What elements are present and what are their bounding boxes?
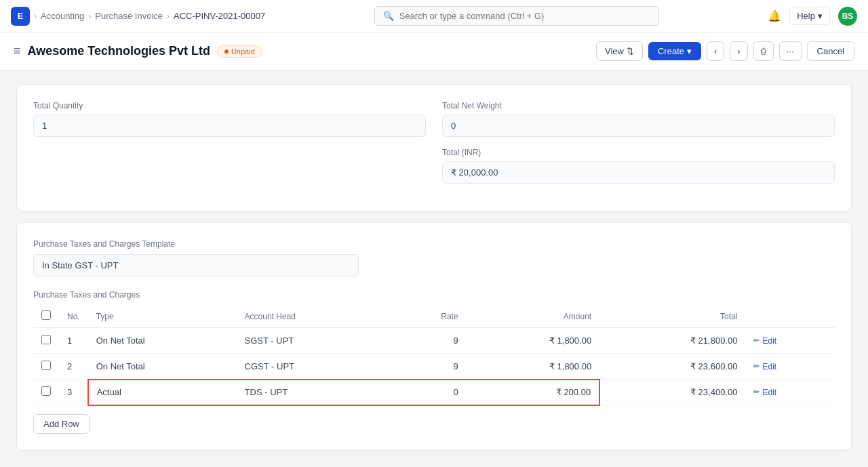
avatar[interactable]: BS bbox=[838, 7, 857, 26]
row-checkbox-3[interactable] bbox=[41, 386, 51, 396]
prev-button[interactable]: ‹ bbox=[707, 41, 724, 61]
cancel-button[interactable]: Cancel bbox=[807, 41, 854, 61]
row-amount: ₹ 1,800.00 bbox=[467, 328, 600, 354]
col-total: Total bbox=[599, 305, 745, 328]
table-row: 3ActualTDS - UPT0₹ 200.00₹ 23,400.00✏ Ed… bbox=[33, 380, 835, 405]
breadcrumb-sep-2: › bbox=[88, 12, 91, 21]
select-all-checkbox[interactable] bbox=[41, 310, 51, 320]
add-row-button[interactable]: Add Row bbox=[33, 414, 90, 434]
breadcrumb-accounting[interactable]: Accounting bbox=[41, 11, 84, 21]
create-button[interactable]: Create ▾ bbox=[648, 42, 701, 60]
help-button[interactable]: Help ▾ bbox=[789, 7, 830, 25]
charges-label: Purchase Taxes and Charges bbox=[33, 290, 835, 300]
search-input[interactable] bbox=[399, 11, 650, 21]
help-label: Help bbox=[797, 11, 815, 21]
row-type: On Net Total bbox=[88, 328, 237, 354]
col-no: No. bbox=[59, 305, 88, 328]
page-header-right: View ⇅ Create ▾ ‹ › ⎙ ··· Cancel bbox=[596, 41, 854, 61]
print-button[interactable]: ⎙ bbox=[753, 41, 774, 61]
table-row: 2On Net TotalCGST - UPT9₹ 1,800.00₹ 23,6… bbox=[33, 354, 835, 380]
row-type: On Net Total bbox=[88, 354, 237, 380]
taxes-card: Purchase Taxes and Charges Template Purc… bbox=[16, 222, 852, 451]
status-dot bbox=[224, 49, 229, 54]
template-input[interactable] bbox=[33, 254, 359, 277]
search-box[interactable]: 🔍 bbox=[374, 6, 659, 26]
row-account-head: CGST - UPT bbox=[237, 354, 391, 380]
page-header: ≡ Awesome Technologies Pvt Ltd Unpaid Vi… bbox=[0, 33, 868, 70]
total-net-weight-group: Total Net Weight Total (INR) bbox=[442, 101, 835, 184]
notifications-button[interactable]: 🔔 bbox=[768, 9, 781, 22]
row-no: 3 bbox=[59, 380, 88, 405]
totals-row: Total Quantity Total Net Weight Total (I… bbox=[33, 101, 835, 184]
topnav-actions: 🔔 Help ▾ BS bbox=[768, 7, 857, 26]
total-quantity-label: Total Quantity bbox=[33, 101, 426, 110]
total-net-weight-label: Total Net Weight bbox=[442, 101, 835, 110]
edit-link-1[interactable]: ✏ Edit bbox=[753, 336, 827, 346]
search-icon: 🔍 bbox=[383, 11, 394, 21]
row-total: ₹ 21,800.00 bbox=[599, 328, 745, 354]
row-account-head: TDS - UPT bbox=[237, 380, 391, 405]
row-edit: ✏ Edit bbox=[745, 354, 835, 380]
table-row: 1On Net TotalSGST - UPT9₹ 1,800.00₹ 21,8… bbox=[33, 328, 835, 354]
row-edit: ✏ Edit bbox=[745, 380, 835, 405]
breadcrumb-area: E › Accounting › Purchase Invoice › ACC-… bbox=[11, 7, 265, 26]
row-checkbox-1[interactable] bbox=[41, 335, 51, 344]
view-button[interactable]: View ⇅ bbox=[596, 41, 643, 61]
row-type: Actual bbox=[88, 380, 237, 405]
status-badge: Unpaid bbox=[217, 45, 262, 58]
hamburger-menu[interactable]: ≡ bbox=[14, 44, 21, 58]
row-rate: 0 bbox=[390, 380, 467, 405]
total-net-weight-input[interactable] bbox=[442, 115, 835, 137]
next-button[interactable]: › bbox=[730, 41, 747, 61]
row-no: 1 bbox=[59, 328, 88, 354]
status-label: Unpaid bbox=[231, 47, 255, 56]
view-chevron-icon: ⇅ bbox=[627, 46, 634, 56]
row-rate: 9 bbox=[390, 328, 467, 354]
row-rate: 9 bbox=[390, 354, 467, 380]
top-navigation: E › Accounting › Purchase Invoice › ACC-… bbox=[0, 0, 868, 33]
col-rate: Rate bbox=[390, 305, 467, 328]
template-section: Purchase Taxes and Charges Template bbox=[33, 239, 835, 290]
charges-table: No. Type Account Head Rate Amount Total … bbox=[33, 305, 835, 406]
app-icon[interactable]: E bbox=[11, 7, 30, 26]
help-chevron-icon: ▾ bbox=[818, 11, 823, 21]
total-inr-label: Total (INR) bbox=[442, 148, 835, 157]
col-type: Type bbox=[88, 305, 237, 328]
page-header-left: ≡ Awesome Technologies Pvt Ltd Unpaid bbox=[14, 44, 262, 58]
col-actions bbox=[745, 305, 835, 328]
col-account-head: Account Head bbox=[237, 305, 391, 328]
totals-card: Total Quantity Total Net Weight Total (I… bbox=[16, 84, 852, 211]
breadcrumb-sep-1: › bbox=[34, 12, 37, 21]
breadcrumb-purchase-invoice[interactable]: Purchase Invoice bbox=[95, 11, 163, 21]
create-label: Create bbox=[658, 46, 684, 56]
row-amount: ₹ 200.00 bbox=[467, 380, 600, 405]
breadcrumb-sep-3: › bbox=[167, 12, 170, 21]
edit-link-2[interactable]: ✏ Edit bbox=[753, 362, 827, 371]
search-area: 🔍 bbox=[374, 6, 659, 26]
col-amount: Amount bbox=[467, 305, 600, 328]
view-label: View bbox=[605, 46, 624, 56]
total-quantity-group: Total Quantity bbox=[33, 101, 426, 184]
row-account-head: SGST - UPT bbox=[237, 328, 391, 354]
edit-link-3[interactable]: ✏ Edit bbox=[753, 388, 827, 397]
total-inr-input[interactable] bbox=[442, 161, 835, 184]
main-content: Total Quantity Total Net Weight Total (I… bbox=[0, 70, 868, 467]
row-checkbox-2[interactable] bbox=[41, 361, 51, 370]
row-total: ₹ 23,400.00 bbox=[599, 380, 745, 405]
template-label: Purchase Taxes and Charges Template bbox=[33, 239, 835, 249]
page-title: Awesome Technologies Pvt Ltd bbox=[28, 44, 210, 58]
row-edit: ✏ Edit bbox=[745, 328, 835, 354]
row-amount: ₹ 1,800.00 bbox=[467, 354, 600, 380]
total-quantity-input[interactable] bbox=[33, 115, 426, 137]
row-total: ₹ 23,600.00 bbox=[599, 354, 745, 380]
breadcrumb-doc-id: ACC-PINV-2021-00007 bbox=[174, 11, 265, 21]
more-button[interactable]: ··· bbox=[779, 41, 802, 61]
row-no: 2 bbox=[59, 354, 88, 380]
create-chevron-icon: ▾ bbox=[687, 46, 692, 56]
